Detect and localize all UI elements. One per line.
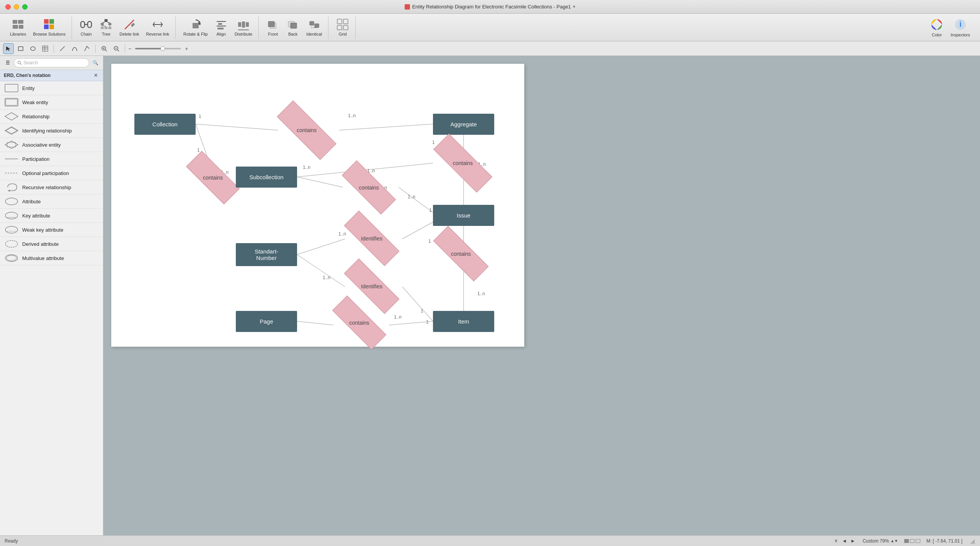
color-button[interactable]: Color: [927, 16, 947, 39]
entity-page[interactable]: Page: [236, 311, 297, 332]
sidebar-item-attribute[interactable]: Attribute: [0, 195, 103, 209]
toolbar-group-libs: Libraries Browse Solutions: [4, 16, 72, 39]
zoom-slider-thumb[interactable]: [160, 46, 165, 51]
page-dot-2[interactable]: [910, 539, 915, 543]
distribute-button[interactable]: Distribute: [232, 17, 255, 38]
chain-button[interactable]: Chain: [77, 17, 96, 38]
svg-line-61: [118, 50, 119, 51]
sidebar-items-list: Entity Weak entity Relationship: [0, 81, 103, 535]
sidebar-category: ERD, Chen's notation ✕: [0, 70, 103, 81]
svg-rect-39: [315, 24, 319, 28]
pause-btn[interactable]: ⏸: [833, 538, 840, 544]
rectangle-tool[interactable]: [15, 43, 26, 54]
delete-link-button[interactable]: Delete link: [116, 17, 142, 38]
svg-line-64: [20, 64, 21, 65]
svg-rect-1: [18, 20, 23, 24]
zoom-out-btn[interactable]: [111, 43, 122, 54]
zoom-out-icon[interactable]: −: [128, 46, 131, 52]
close-button[interactable]: [5, 4, 11, 10]
prev-page-btn[interactable]: ◀: [841, 538, 848, 544]
zoom-in-icon[interactable]: +: [185, 46, 188, 52]
svg-rect-6: [44, 25, 49, 29]
rel-contains4[interactable]: contains: [341, 177, 397, 198]
inspectors-button[interactable]: i Inspectors: [947, 16, 973, 39]
erd-canvas[interactable]: 1 1..n 1 1..n 1..n 1..n 1..n 1..n 1 1..n…: [111, 64, 524, 347]
entity-standart-number[interactable]: Standart- Number: [236, 243, 297, 266]
sidebar: ☰ Search 🔍 ERD, Chen's notation ✕ Entity: [0, 56, 103, 535]
svg-rect-16: [101, 27, 104, 29]
rotate-flip-button[interactable]: Rotate & Flip: [180, 17, 211, 38]
svg-rect-3: [19, 25, 23, 29]
svg-marker-70: [6, 128, 17, 134]
rel-contains2[interactable]: contains: [186, 167, 240, 189]
select-tool[interactable]: [3, 43, 14, 54]
align-icon: [215, 18, 227, 31]
entity-collection[interactable]: Collection: [134, 114, 196, 135]
zoom-in-btn[interactable]: [99, 43, 109, 54]
page-dot-3[interactable]: [916, 539, 920, 543]
minimize-button[interactable]: [14, 4, 19, 10]
table-tool[interactable]: [40, 43, 51, 54]
rel-contains6[interactable]: contains: [332, 312, 387, 333]
rel-contains5[interactable]: contains: [432, 243, 490, 264]
svg-rect-29: [217, 28, 224, 29]
sidebar-item-associative[interactable]: Associative entity: [0, 138, 103, 152]
svg-rect-0: [13, 20, 17, 24]
key-attribute-icon: [5, 211, 18, 220]
sidebar-search[interactable]: Search: [14, 58, 89, 67]
rel-contains3[interactable]: contains: [432, 152, 493, 174]
libraries-button[interactable]: Libraries: [7, 17, 29, 38]
curved-line-tool[interactable]: [69, 43, 80, 54]
tree-button[interactable]: Tree: [96, 17, 116, 38]
sidebar-grid-view-btn[interactable]: ☰: [3, 58, 12, 67]
ellipse-tool[interactable]: [28, 43, 38, 54]
sidebar-item-weak-key-attribute[interactable]: Weak key attribute: [0, 223, 103, 237]
line-tool[interactable]: [57, 43, 68, 54]
svg-rect-17: [105, 27, 108, 29]
sidebar-category-close[interactable]: ✕: [92, 72, 99, 79]
sidebar-search-toggle[interactable]: 🔍: [91, 58, 100, 67]
sidebar-item-recursive[interactable]: Recursive relationship: [0, 180, 103, 195]
traffic-lights: [5, 4, 28, 10]
reverse-link-button[interactable]: Reverse link: [143, 17, 173, 38]
sidebar-item-weak-entity[interactable]: Weak entity: [0, 95, 103, 110]
next-page-btn[interactable]: ▶: [849, 538, 856, 544]
svg-rect-12: [101, 23, 104, 25]
color-icon: [930, 18, 944, 31]
align-button[interactable]: Align: [212, 17, 231, 38]
entity-aggregate[interactable]: Aggregate: [433, 114, 494, 135]
entity-subcollection[interactable]: Subcollection: [236, 167, 297, 188]
svg-rect-37: [291, 23, 297, 28]
sidebar-item-relationship[interactable]: Relationship: [0, 110, 103, 124]
polyline-tool[interactable]: [82, 43, 92, 54]
sidebar-item-participation[interactable]: Participation: [0, 152, 103, 166]
svg-line-14: [102, 21, 106, 23]
entity-item[interactable]: Item: [433, 311, 494, 332]
grid-button[interactable]: Grid: [333, 17, 352, 38]
entity-issue[interactable]: Issue: [433, 205, 494, 226]
sidebar-item-multivalue-attribute[interactable]: Multivalue attribute: [0, 251, 103, 265]
sidebar-item-entity[interactable]: Entity: [0, 81, 103, 95]
page-dots: [904, 539, 920, 543]
sidebar-item-key-attribute[interactable]: Key attribute: [0, 209, 103, 223]
rel-identifies2[interactable]: Identifies: [343, 276, 400, 297]
identical-button[interactable]: Identical: [303, 17, 325, 38]
rel-identifies1[interactable]: Identifies: [343, 228, 400, 249]
back-button[interactable]: Back: [283, 17, 302, 38]
secondary-toolbar: − +: [0, 41, 980, 56]
front-button[interactable]: Front: [263, 17, 283, 38]
svg-rect-72: [7, 142, 16, 147]
zoom-select[interactable]: Custom 79% ▲▼: [862, 538, 898, 544]
sidebar-item-identifying-rel[interactable]: Identifying relationship: [0, 124, 103, 138]
sidebar-item-derived-attribute[interactable]: Derived attribute: [0, 237, 103, 251]
rel-contains1[interactable]: contains: [276, 119, 337, 142]
chevron-down-icon[interactable]: ▾: [573, 4, 575, 9]
label-1n-f: 1..n: [408, 194, 415, 199]
chain-icon: [80, 18, 92, 31]
participation-icon: [5, 155, 18, 163]
maximize-button[interactable]: [22, 4, 28, 10]
svg-rect-44: [343, 25, 348, 30]
page-dot-1[interactable]: [904, 539, 909, 543]
browse-solutions-button[interactable]: Browse Solutions: [30, 17, 69, 38]
sidebar-item-optional-participation[interactable]: Optional participation: [0, 166, 103, 180]
